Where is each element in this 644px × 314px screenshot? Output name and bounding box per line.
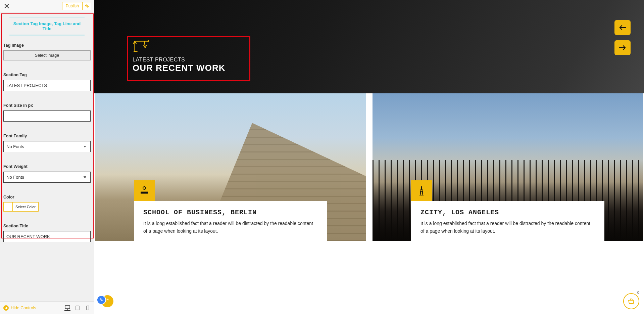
- section-tag-input[interactable]: [3, 80, 91, 91]
- projects-row: SCHOOL OF BUSINESS, BERLIN It is a long …: [94, 93, 644, 241]
- carousel-nav: [614, 20, 631, 55]
- select-image-button[interactable]: Select image: [3, 50, 91, 60]
- font-family-label: Font Family: [3, 134, 91, 138]
- tag-image-label: Tag Image: [3, 43, 91, 48]
- color-picker: Select Color: [3, 202, 39, 212]
- basket-icon: [628, 298, 635, 305]
- sidebar-bottombar: ◀ Hide Controls: [0, 301, 94, 314]
- publish-settings-button[interactable]: [83, 2, 91, 10]
- font-size-label: Font Size in px: [3, 103, 91, 108]
- crane-icon: [133, 39, 150, 54]
- editor-sidebar: Publish Section Tag Image, Tag Line and …: [0, 0, 94, 314]
- panel-section-header-label: Section Tag Image, Tag Line and Title: [9, 17, 85, 35]
- project-badge: [411, 180, 432, 201]
- font-weight-select[interactable]: No Fonts: [3, 172, 91, 183]
- carousel-prev-button[interactable]: [614, 20, 631, 35]
- svg-rect-1: [76, 306, 79, 310]
- cart-count: 0: [637, 290, 639, 295]
- select-color-button[interactable]: Select Color: [12, 203, 38, 211]
- font-family-select[interactable]: No Fonts: [3, 141, 91, 152]
- edit-section-fab[interactable]: ✎ ⌃: [97, 295, 113, 307]
- hide-controls-button[interactable]: ◀ Hide Controls: [3, 305, 36, 311]
- desktop-device-button[interactable]: [64, 305, 70, 311]
- project-title: SCHOOL OF BUSINESS, BERLIN: [143, 209, 318, 216]
- pencil-icon: ✎: [97, 295, 106, 305]
- preview-canvas: LATEST PROJECTS OUR RECENT WORK SCHOOL O…: [94, 0, 644, 314]
- section-title-input[interactable]: [3, 231, 91, 242]
- tablet-icon: [76, 306, 80, 310]
- project-info: ZCITY, LOS ANGELES It is a long establis…: [411, 201, 604, 241]
- carousel-next-button[interactable]: [614, 40, 631, 55]
- tablet-device-button[interactable]: [75, 305, 81, 311]
- hide-controls-label: Hide Controls: [11, 306, 36, 310]
- svg-rect-2: [87, 306, 89, 310]
- project-badge: [134, 180, 155, 201]
- svg-rect-0: [65, 306, 70, 309]
- panel-section-header: Section Tag Image, Tag Line and Title: [9, 17, 85, 36]
- section-tag-label: Section Tag: [3, 73, 91, 77]
- project-desc: It is a long established fact that a rea…: [420, 220, 595, 235]
- sidebar-topbar: Publish: [0, 0, 94, 12]
- project-desc: It is a long established fact that a rea…: [143, 220, 318, 235]
- arrow-left-icon: ◀: [3, 305, 9, 311]
- close-icon: [4, 4, 9, 8]
- svg-point-4: [143, 187, 146, 189]
- desktop-icon: [65, 305, 70, 310]
- controls-body: Section Tag Image, Tag Line and Title Ta…: [0, 12, 94, 301]
- section-header-highlight: LATEST PROJECTS OUR RECENT WORK: [127, 36, 250, 81]
- section-title-label: Section Title: [3, 224, 91, 228]
- project-card[interactable]: SCHOOL OF BUSINESS, BERLIN It is a long …: [95, 93, 366, 241]
- preview-section-title: OUR RECENT WORK: [133, 63, 245, 73]
- project-title: ZCITY, LOS ANGELES: [420, 209, 595, 216]
- publish-group: Publish: [62, 2, 91, 10]
- mobile-icon: [86, 306, 89, 310]
- gear-icon: [85, 4, 89, 8]
- books-icon: [139, 185, 150, 196]
- mobile-device-button[interactable]: [85, 305, 91, 311]
- font-size-input[interactable]: [3, 110, 91, 122]
- tower-icon: [416, 185, 427, 196]
- arrow-right-icon: [619, 45, 626, 50]
- preview-section-tag: LATEST PROJECTS: [133, 57, 245, 63]
- cart-button[interactable]: 0: [623, 293, 639, 309]
- color-label: Color: [3, 195, 91, 199]
- publish-button[interactable]: Publish: [62, 2, 83, 10]
- font-weight-label: Font Weight: [3, 164, 91, 169]
- section-hero: LATEST PROJECTS OUR RECENT WORK: [94, 0, 644, 93]
- project-card[interactable]: ZCITY, LOS ANGELES It is a long establis…: [373, 93, 643, 241]
- color-swatch[interactable]: [4, 203, 12, 211]
- project-info: SCHOOL OF BUSINESS, BERLIN It is a long …: [134, 201, 327, 241]
- close-panel-button[interactable]: [3, 2, 11, 10]
- device-switcher: [64, 305, 91, 311]
- arrow-left-icon: [619, 25, 626, 30]
